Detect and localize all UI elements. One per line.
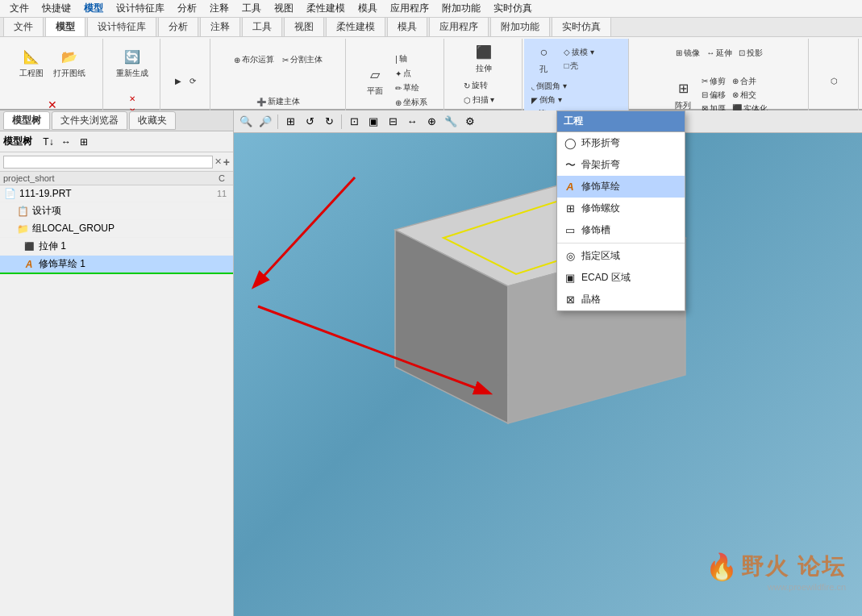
dropdown-item-3[interactable]: ⊞ 修饰螺纹 xyxy=(557,198,685,219)
btn-hole[interactable]: ○ 孔 xyxy=(529,41,558,77)
ct-grid[interactable]: ▣ xyxy=(364,113,382,131)
menu-mold[interactable]: 模具 xyxy=(352,0,384,17)
menu-analysis[interactable]: 分析 xyxy=(171,0,203,17)
tab-design-features[interactable]: 设计特征库 xyxy=(87,17,156,36)
panel-tab-modeltree[interactable]: 模型树 xyxy=(3,111,50,130)
dropdown-item-1[interactable]: 〜 骨架折弯 xyxy=(557,154,685,176)
ct-pan[interactable]: ↔ xyxy=(403,113,421,131)
tab-model[interactable]: 模型 xyxy=(45,17,85,36)
menu-view[interactable]: 视图 xyxy=(268,0,300,17)
dropdown-item-5[interactable]: ◎ 指定区域 xyxy=(557,245,685,267)
tree-col-c: C xyxy=(214,173,230,183)
menu-tools[interactable]: 工具 xyxy=(235,0,268,17)
ct-merge[interactable]: ⊕ xyxy=(423,113,440,131)
menu-realtime[interactable]: 实时仿真 xyxy=(487,0,539,17)
ct-project[interactable]: ⊡ xyxy=(345,113,363,131)
ct-offset[interactable]: ⊟ xyxy=(384,113,402,131)
auto-x1-icon: ✕ xyxy=(129,94,135,103)
btn-drawing[interactable]: 📐 工程图 xyxy=(16,45,47,81)
btn-extend[interactable]: ↔延伸 xyxy=(704,47,735,60)
tree-row-0[interactable]: 📄 111-19.PRT 11 xyxy=(0,185,233,202)
tab-analysis[interactable]: 分析 xyxy=(158,17,198,36)
menu-addons[interactable]: 附加功能 xyxy=(435,0,487,17)
btn-offset[interactable]: ⊟偏移 xyxy=(699,89,728,102)
btn-revolve[interactable]: ↻旋转 xyxy=(461,79,507,92)
menu-shortcuts[interactable]: 快捷键 xyxy=(35,0,77,17)
menu-file[interactable]: 文件 xyxy=(3,0,35,17)
tab-file[interactable]: 文件 xyxy=(3,17,44,36)
dropdown-item-2[interactable]: A 修饰草绘 xyxy=(557,176,685,198)
btn-shell[interactable]: □壳 xyxy=(561,60,597,73)
dropdown-icon-0: ◯ xyxy=(564,137,577,150)
btn-open-drawing[interactable]: 📂 打开图纸 xyxy=(50,45,89,81)
shell-label: 壳 xyxy=(570,60,578,72)
btn-trim[interactable]: ✂修剪 xyxy=(699,75,728,88)
panel-tab-folder[interactable]: 文件夹浏览器 xyxy=(52,111,127,130)
tab-realtime[interactable]: 实时仿真 xyxy=(552,17,611,36)
btn-project[interactable]: ⊡投影 xyxy=(736,47,765,60)
ct-wrench[interactable]: 🔧 xyxy=(442,113,460,131)
btn-extrude[interactable]: ⬛ 拉伸 xyxy=(469,40,498,76)
btn-op1[interactable]: ▶ xyxy=(173,76,184,86)
sketch-label: 草绘 xyxy=(403,82,419,94)
ct-zoom-out[interactable]: 🔎 xyxy=(256,113,274,131)
ct-zoom-in[interactable]: 🔍 xyxy=(237,113,255,131)
btn-chamfer[interactable]: ◤倒角 ▾ xyxy=(529,94,569,106)
btn-split[interactable]: ✂ 分割主体 xyxy=(280,53,325,66)
btn-auto-x1[interactable]: ✕ xyxy=(127,94,138,104)
dropdown-icon-7: ⊠ xyxy=(564,293,577,306)
btn-plane[interactable]: ▱ 平面 xyxy=(360,63,389,98)
ct-settings[interactable]: ⚙ xyxy=(461,113,479,131)
btn-new-body[interactable]: ➕ 新建主体 xyxy=(254,95,302,108)
btn-axis[interactable]: |轴 xyxy=(393,52,430,65)
tree-row-4[interactable]: A 修饰草绘 1 xyxy=(0,256,233,274)
search-add-btn[interactable]: + xyxy=(223,156,230,169)
dropdown-item-4[interactable]: ▭ 修饰槽 xyxy=(557,219,685,241)
search-input[interactable] xyxy=(3,156,213,169)
dropdown-item-6[interactable]: ▣ ECAD 区域 xyxy=(557,267,685,289)
ct-rotate-cw[interactable]: ↺ xyxy=(301,113,319,131)
tab-flexible-modeling[interactable]: 柔性建模 xyxy=(326,17,385,36)
panel-tool-sort[interactable]: T↓ xyxy=(40,134,56,150)
panel-tool-expand[interactable]: ⊞ xyxy=(76,134,92,150)
menu-applications[interactable]: 应用程序 xyxy=(384,0,435,17)
btn-coords[interactable]: ⊕坐标系 xyxy=(393,96,430,109)
tree-row-2[interactable]: 📁 组LOCAL_GROUP xyxy=(0,220,233,238)
panel-tool-columns[interactable]: ↔ xyxy=(58,134,74,150)
btn-draft[interactable]: ◇拔模 ▾ xyxy=(561,46,597,59)
tab-applications[interactable]: 应用程序 xyxy=(429,17,489,36)
menu-flexible[interactable]: 柔性建模 xyxy=(300,0,352,17)
panel-tab-favorites[interactable]: 收藏夹 xyxy=(129,111,176,130)
btn-merge[interactable]: ⊕合并 xyxy=(730,75,770,88)
btn-intersect[interactable]: ⊗相交 xyxy=(730,89,770,102)
btn-sweep[interactable]: ⬡扫描 ▾ xyxy=(461,94,507,106)
btn-round[interactable]: ◟倒圆角 ▾ xyxy=(529,80,569,93)
btn-array[interactable]: ⊞ 阵列 xyxy=(668,75,698,115)
btn-edge[interactable]: ⬡ xyxy=(828,76,840,86)
tab-addons[interactable]: 附加功能 xyxy=(490,17,550,36)
tree-icon-2: 📁 xyxy=(16,223,29,235)
btn-op2[interactable]: ⟳ xyxy=(187,76,198,86)
ct-rotate-ccw[interactable]: ↻ xyxy=(320,113,338,131)
tree-row-1[interactable]: 📋 设计项 xyxy=(0,202,233,220)
btn-regenerate[interactable]: 🔄 重新生成 xyxy=(113,45,152,81)
dropdown-item-0[interactable]: ◯ 环形折弯 xyxy=(557,132,685,154)
btn-sketch[interactable]: ✏草绘 xyxy=(393,81,430,94)
btn-mirror[interactable]: ⊞镜像 xyxy=(673,47,702,60)
ribbon-tabs: 文件 模型 设计特征库 分析 注释 工具 视图 柔性建模 模具 应用程序 附加功… xyxy=(0,18,862,37)
btn-boolean[interactable]: ⊕ 布尔运算 xyxy=(231,53,277,66)
shape-buttons: ⬛ 拉伸 ↻旋转 ⬡扫描 ▾ ⬢扫描混合 xyxy=(451,40,518,121)
tab-view[interactable]: 视图 xyxy=(284,17,324,36)
tab-annotation[interactable]: 注释 xyxy=(200,17,240,36)
ribbon: 文件 模型 设计特征库 分析 注释 工具 视图 柔性建模 模具 应用程序 附加功… xyxy=(0,18,862,110)
tree-row-3[interactable]: ⬛ 拉伸 1 xyxy=(0,238,233,256)
menu-annotation[interactable]: 注释 xyxy=(203,0,235,17)
tab-mold[interactable]: 模具 xyxy=(387,17,427,36)
ct-fit[interactable]: ⊞ xyxy=(281,113,299,131)
search-clear-btn[interactable]: ✕ xyxy=(214,156,222,167)
dropdown-item-7[interactable]: ⊠ 晶格 xyxy=(557,289,685,310)
menu-design[interactable]: 设计特征库 xyxy=(110,0,171,17)
btn-point[interactable]: ✦点 xyxy=(393,67,430,80)
tab-tools[interactable]: 工具 xyxy=(242,17,282,36)
menu-model[interactable]: 模型 xyxy=(77,0,110,17)
